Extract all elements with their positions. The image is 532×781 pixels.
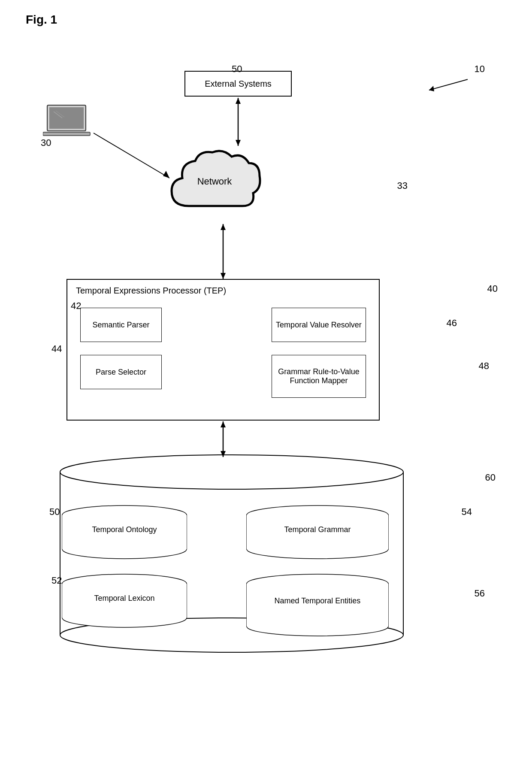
laptop-icon	[43, 103, 94, 142]
svg-rect-39	[43, 132, 90, 136]
grammar-rule-mapper-box: Grammar Rule-to-Value Function Mapper	[272, 355, 366, 398]
svg-point-28	[247, 540, 388, 559]
ref-label-46: 46	[447, 318, 457, 329]
tep-title: Temporal Expressions Processor (TEP)	[76, 286, 226, 296]
ref-label-60: 60	[485, 472, 496, 483]
ref-label-52: 52	[51, 575, 62, 586]
svg-point-14	[60, 618, 403, 652]
network-cloud-container: Network	[163, 146, 266, 223]
svg-marker-8	[221, 224, 226, 230]
semantic-parser-box: Semantic Parser	[80, 308, 162, 342]
temporal-ontology-text: Temporal Ontology	[75, 525, 174, 534]
network-cloud-svg: Network	[163, 146, 266, 223]
ref-label-44: 44	[51, 343, 62, 354]
svg-point-33	[247, 617, 388, 636]
svg-point-27	[247, 506, 388, 524]
parse-selector-box: Parse Selector	[80, 355, 162, 389]
named-temporal-entities-text: Named Temporal Entities	[257, 596, 378, 605]
ref-label-30: 30	[41, 137, 51, 148]
external-systems-box: External Systems	[184, 71, 292, 97]
temporal-grammar-text: Temporal Grammar	[257, 525, 378, 534]
svg-line-0	[429, 79, 468, 90]
temporal-value-resolver-box: Temporal Value Resolver	[272, 308, 366, 342]
svg-marker-12	[221, 451, 226, 457]
ref-label-56: 56	[475, 588, 485, 599]
diagram-container: Fig. 1 10 External Systems 50 30 Network…	[0, 0, 532, 781]
ref-label-33: 33	[397, 180, 408, 191]
svg-marker-11	[221, 421, 226, 427]
external-systems-label: External Systems	[205, 79, 272, 89]
svg-marker-1	[429, 86, 434, 91]
parse-selector-label: Parse Selector	[96, 368, 146, 377]
ref-label-50b: 50	[49, 506, 60, 518]
grammar-rule-mapper-label: Grammar Rule-to-Value Function Mapper	[275, 367, 362, 385]
svg-point-32	[247, 574, 388, 593]
svg-point-17	[62, 506, 187, 524]
svg-marker-4	[236, 140, 241, 146]
ref-label-10: 10	[475, 64, 485, 75]
ref-label-48: 48	[479, 360, 489, 372]
temporal-lexicon-text: Temporal Lexicon	[75, 594, 174, 603]
svg-point-18	[62, 540, 187, 559]
svg-point-23	[62, 608, 187, 627]
ref-label-54: 54	[462, 506, 472, 518]
semantic-parser-label: Semantic Parser	[92, 321, 149, 330]
svg-point-22	[62, 574, 187, 593]
ref-label-40: 40	[487, 283, 498, 294]
svg-point-13	[60, 455, 403, 489]
svg-line-5	[94, 133, 169, 178]
temporal-value-resolver-label: Temporal Value Resolver	[276, 321, 362, 330]
ref-label-42: 42	[71, 300, 81, 312]
svg-text:Network: Network	[197, 176, 233, 187]
svg-rect-38	[49, 107, 84, 129]
figure-title: Fig. 1	[26, 13, 57, 27]
ref-label-50-ext: 50	[232, 64, 242, 75]
svg-marker-3	[236, 98, 241, 104]
svg-marker-9	[221, 273, 226, 279]
tep-box: Temporal Expressions Processor (TEP) Sem…	[66, 279, 380, 421]
